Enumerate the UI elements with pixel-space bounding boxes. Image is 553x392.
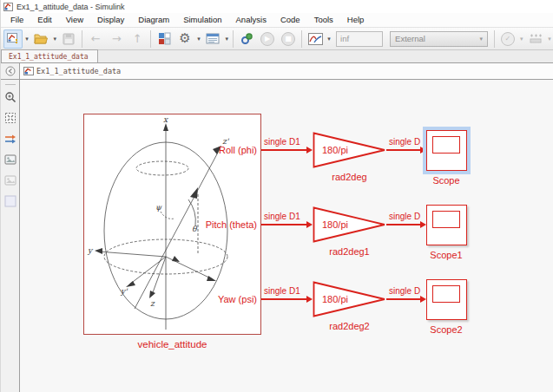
model-explorer-icon xyxy=(206,33,220,44)
toolbar-separator xyxy=(233,30,234,48)
area-box-button[interactable] xyxy=(3,194,17,208)
svg-text:y: y xyxy=(87,246,94,255)
scope-block-scope2[interactable] xyxy=(426,279,467,320)
check-circle-icon: ✓ xyxy=(501,32,515,46)
signal-arrowhead xyxy=(306,147,313,154)
save-icon xyxy=(63,33,75,45)
scope-block-scope[interactable] xyxy=(426,130,467,171)
tab-label: Ex1_1_attitude_data xyxy=(9,53,89,61)
fit-to-view-icon xyxy=(4,112,16,124)
annotation-button[interactable] xyxy=(3,153,17,167)
area-box-icon xyxy=(4,195,16,207)
menu-file[interactable]: File xyxy=(3,14,30,26)
menu-display[interactable]: Display xyxy=(90,14,131,26)
gain-block-rad2deg[interactable]: 180/pi xyxy=(313,132,386,168)
signal-line[interactable] xyxy=(386,224,420,225)
scope-name-label[interactable]: Scope xyxy=(411,175,481,186)
simulation-display-caret[interactable]: ▾ xyxy=(326,36,332,42)
signal-line[interactable] xyxy=(386,298,420,300)
port-label-yaw: Yaw (psi) xyxy=(153,292,257,306)
signal-label-in[interactable]: single D1 xyxy=(264,211,300,223)
model-advisor-caret[interactable]: ▾ xyxy=(518,36,525,42)
subsystem-name-label[interactable]: vehicle_attitude xyxy=(83,339,261,350)
zoom-button[interactable] xyxy=(3,90,17,104)
up-icon: ↑ xyxy=(133,33,142,44)
chain-link-icon xyxy=(240,32,253,45)
signal-line[interactable] xyxy=(261,224,306,225)
breadcrumb-path[interactable]: Ex1_1_attitude_data xyxy=(36,67,121,75)
image-button[interactable] xyxy=(3,173,17,187)
signal-line[interactable] xyxy=(261,149,306,151)
library-browser-icon xyxy=(158,32,171,45)
simulation-display-button[interactable] xyxy=(306,29,325,49)
new-model-button[interactable] xyxy=(3,29,23,49)
gain-value: 180/pi xyxy=(322,281,348,317)
gain-value: 180/pi xyxy=(322,206,348,243)
model-configuration-button[interactable]: ⚙ xyxy=(175,29,194,49)
show-model-browser-icon[interactable] xyxy=(5,66,16,76)
gain-block-rad2deg2[interactable]: 180/pi xyxy=(313,281,386,317)
signal-label-out[interactable]: single D xyxy=(389,136,420,148)
gain-name-label[interactable]: rad2deg2 xyxy=(313,321,386,331)
gain-name-label[interactable]: rad2deg1 xyxy=(313,246,386,257)
run-button[interactable]: ▶ xyxy=(258,29,277,49)
palette-separator xyxy=(5,84,16,85)
forward-button[interactable]: → xyxy=(107,29,126,49)
model-advisor-button[interactable]: ✓ xyxy=(498,29,517,49)
signal-arrowhead xyxy=(420,221,426,228)
menu-edit[interactable]: Edit xyxy=(30,14,58,26)
up-to-parent-button[interactable]: ↑ xyxy=(128,29,147,49)
menu-simulation[interactable]: Simulation xyxy=(176,14,228,26)
title-bar: Ex1_1_attitude_data - Simulink xyxy=(1,0,553,13)
library-browser-button[interactable] xyxy=(155,29,174,49)
menu-code[interactable]: Code xyxy=(273,14,307,26)
update-diagram-button[interactable] xyxy=(237,29,256,49)
gain-value: 180/pi xyxy=(322,132,348,168)
simulation-mode-select[interactable]: External ▾ xyxy=(390,31,488,47)
scope-screen-icon xyxy=(432,211,460,228)
model-configuration-caret[interactable]: ▾ xyxy=(195,36,202,42)
toolbar: ▾ ▾ ← → ↑ ⚙ ▾ xyxy=(1,27,553,50)
build-caret[interactable]: ▾ xyxy=(546,36,553,42)
annotation-image-icon xyxy=(4,154,16,165)
menu-tools[interactable]: Tools xyxy=(307,14,340,26)
new-model-caret[interactable]: ▾ xyxy=(23,36,30,42)
scope-name-label[interactable]: Scope2 xyxy=(411,324,481,335)
menu-diagram[interactable]: Diagram xyxy=(131,14,176,26)
back-button[interactable]: ← xyxy=(86,29,105,49)
signal-label-out[interactable]: single D xyxy=(389,285,420,297)
signal-label-in[interactable]: single D1 xyxy=(264,285,300,297)
tool-palette xyxy=(1,80,20,392)
signal-line[interactable] xyxy=(386,149,420,151)
signal-line[interactable] xyxy=(261,298,306,300)
stop-button[interactable]: ■ xyxy=(279,29,298,49)
image-icon xyxy=(4,175,16,186)
scope-block-scope1[interactable] xyxy=(426,205,467,245)
menu-help[interactable]: Help xyxy=(340,14,372,26)
open-caret[interactable]: ▾ xyxy=(51,36,58,42)
build-button[interactable] xyxy=(526,29,545,49)
simulink-file-icon xyxy=(3,2,13,11)
port-label-pitch: Pitch (theta) xyxy=(153,218,257,232)
save-button[interactable] xyxy=(59,29,78,49)
signal-lines-button[interactable] xyxy=(3,132,17,146)
model-explorer-button[interactable] xyxy=(203,29,222,49)
gain-name-label[interactable]: rad2deg xyxy=(313,172,386,182)
fit-to-view-button[interactable] xyxy=(3,111,17,125)
signal-label-in[interactable]: single D1 xyxy=(264,136,300,148)
port-label-roll: Roll (phi) xyxy=(153,143,257,157)
scope-screen-icon xyxy=(432,285,460,303)
breadcrumb-bar: Ex1_1_attitude_data xyxy=(1,63,553,80)
open-button[interactable] xyxy=(31,29,50,49)
scope-name-label[interactable]: Scope1 xyxy=(411,250,481,260)
model-canvas[interactable]: x y z z' y' ψ θ vehicle_attitude Roll (p… xyxy=(20,80,553,392)
magnifier-icon xyxy=(4,91,16,103)
menu-analysis[interactable]: Analysis xyxy=(229,14,273,26)
model-node-icon xyxy=(23,66,34,76)
tab-ex1-1-attitude-data[interactable]: Ex1_1_attitude_data xyxy=(1,49,98,62)
gain-block-rad2deg1[interactable]: 180/pi xyxy=(313,206,386,243)
model-explorer-caret[interactable]: ▾ xyxy=(223,36,230,42)
stop-time-input[interactable] xyxy=(336,31,383,47)
menu-view[interactable]: View xyxy=(59,14,90,26)
signal-label-out[interactable]: single D xyxy=(389,211,420,223)
